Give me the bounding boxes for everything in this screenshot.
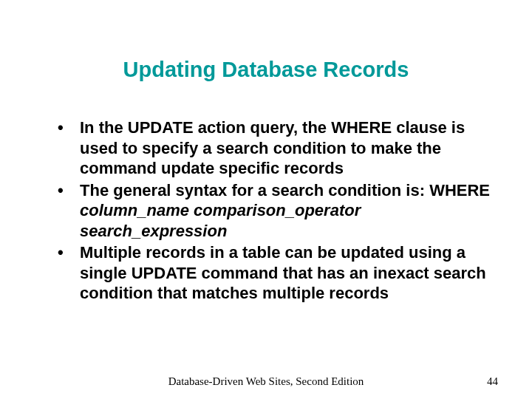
footer-source: Database-Driven Web Sites, Second Editio…	[0, 375, 532, 388]
slide-title: Updating Database Records	[0, 0, 532, 117]
slide: Updating Database Records In the UPDATE …	[0, 0, 532, 399]
list-item: In the UPDATE action query, the WHERE cl…	[52, 117, 495, 179]
bullet-text: Multiple records in a table can be updat…	[80, 243, 486, 302]
bullet-text: The general syntax for a search conditio…	[80, 181, 490, 200]
bullet-list: In the UPDATE action query, the WHERE cl…	[52, 117, 495, 304]
list-item: Multiple records in a table can be updat…	[52, 242, 495, 304]
bullet-text: In the UPDATE action query, the WHERE cl…	[80, 118, 465, 177]
bullet-italic: column_name comparison_operator search_e…	[80, 201, 361, 240]
list-item: The general syntax for a search conditio…	[52, 180, 495, 242]
slide-body: In the UPDATE action query, the WHERE cl…	[0, 117, 532, 304]
page-number: 44	[487, 375, 498, 388]
